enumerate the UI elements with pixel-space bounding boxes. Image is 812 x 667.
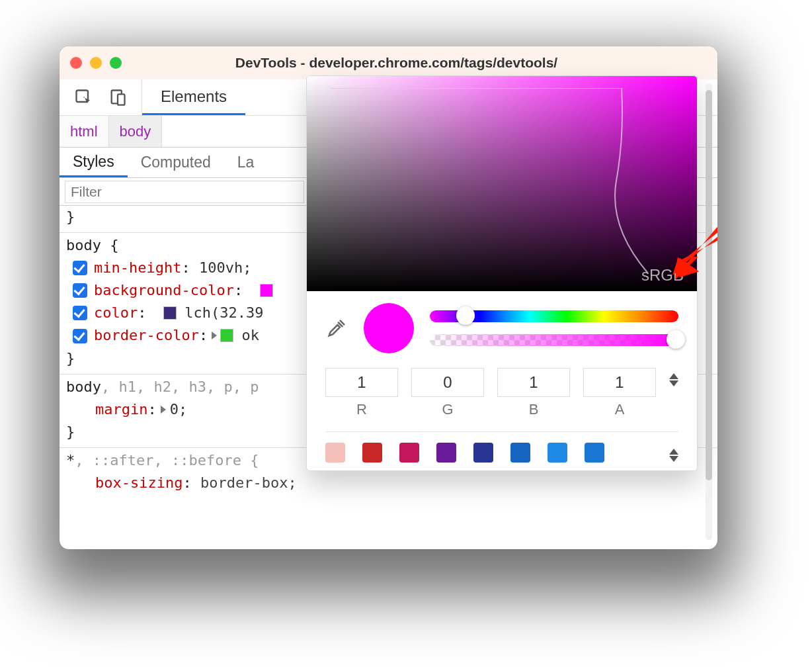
- property-toggle-checkbox[interactable]: [73, 261, 87, 275]
- alpha-slider[interactable]: [430, 334, 678, 346]
- chevron-down-icon[interactable]: [669, 380, 678, 386]
- expand-icon[interactable]: [161, 406, 166, 414]
- property-name[interactable]: min-height: [94, 259, 181, 276]
- palette-swatch[interactable]: [510, 443, 530, 463]
- palette-swatch[interactable]: [325, 443, 345, 463]
- crumb-html[interactable]: html: [60, 116, 109, 147]
- palette-swatches: [325, 443, 652, 463]
- a-label: A: [583, 401, 656, 418]
- scrollbar[interactable]: [706, 83, 712, 540]
- inspect-element-icon[interactable]: [74, 88, 93, 107]
- tab-layout[interactable]: La: [224, 148, 268, 177]
- annotation-arrow-icon: [658, 225, 717, 285]
- device-toolbar-icon[interactable]: [108, 88, 127, 107]
- b-input[interactable]: [497, 368, 570, 397]
- a-input[interactable]: [583, 368, 656, 397]
- chevron-up-icon[interactable]: [669, 373, 678, 379]
- palette-stepper[interactable]: [669, 443, 678, 462]
- r-label: R: [325, 401, 398, 418]
- b-label: B: [497, 401, 570, 418]
- sliders: [430, 310, 678, 346]
- property-value[interactable]: border-box;: [200, 474, 297, 491]
- rgba-inputs: R G B A: [325, 368, 678, 418]
- picker-mid-row: [325, 303, 678, 353]
- channel-r: R: [325, 368, 398, 418]
- palette-swatch[interactable]: [436, 443, 456, 463]
- palette-swatch[interactable]: [399, 443, 419, 463]
- chevron-down-icon[interactable]: [669, 456, 678, 462]
- property-value[interactable]: 0;: [170, 401, 188, 418]
- property-name[interactable]: color: [94, 304, 138, 321]
- devtools-window: DevTools - developer.chrome.com/tags/dev…: [60, 46, 717, 549]
- palette-swatch[interactable]: [362, 443, 382, 463]
- channel-g: G: [411, 368, 484, 418]
- alpha-slider-handle[interactable]: [667, 330, 685, 349]
- property-value[interactable]: 100vh;: [199, 259, 251, 276]
- hue-slider[interactable]: [430, 310, 678, 322]
- format-stepper[interactable]: [669, 368, 678, 386]
- eyedropper-icon[interactable]: [325, 317, 348, 339]
- color-swatch[interactable]: [221, 330, 233, 341]
- color-palette: [325, 431, 678, 463]
- style-property[interactable]: box-sizing: border-box;: [66, 472, 711, 494]
- property-value[interactable]: lch(32.39: [184, 304, 263, 321]
- property-name[interactable]: margin: [95, 401, 147, 418]
- tab-computed[interactable]: Computed: [128, 148, 224, 177]
- hue-slider-handle[interactable]: [456, 306, 475, 325]
- expand-icon[interactable]: [212, 332, 217, 339]
- color-swatch[interactable]: [261, 285, 272, 296]
- property-name[interactable]: border-color: [94, 327, 199, 343]
- g-label: G: [411, 401, 484, 418]
- close-icon[interactable]: [70, 57, 82, 69]
- tab-styles[interactable]: Styles: [60, 148, 128, 177]
- window-title: DevTools - developer.chrome.com/tags/dev…: [86, 55, 707, 71]
- property-value[interactable]: ok: [241, 327, 259, 343]
- color-swatch[interactable]: [164, 307, 176, 319]
- palette-swatch[interactable]: [585, 443, 604, 463]
- titlebar: DevTools - developer.chrome.com/tags/dev…: [60, 46, 717, 79]
- g-input[interactable]: [411, 368, 484, 397]
- spectrum-canvas[interactable]: sRGB: [307, 76, 697, 291]
- property-toggle-checkbox[interactable]: [73, 329, 87, 343]
- srgb-gamut-line: [331, 88, 655, 273]
- r-input[interactable]: [325, 368, 398, 397]
- palette-swatch[interactable]: [473, 443, 493, 463]
- property-toggle-checkbox[interactable]: [73, 283, 87, 298]
- panel-tab-elements[interactable]: Elements: [142, 79, 245, 115]
- selected-color-preview: [364, 303, 414, 353]
- color-picker: sRGB: [306, 75, 698, 471]
- styles-filter-input[interactable]: [65, 181, 304, 203]
- tool-icons: [60, 79, 142, 115]
- property-toggle-checkbox[interactable]: [73, 306, 87, 320]
- scrollbar-thumb[interactable]: [706, 90, 712, 480]
- palette-swatch[interactable]: [548, 443, 567, 463]
- crumb-body[interactable]: body: [109, 116, 163, 147]
- picker-body: R G B A: [307, 291, 697, 470]
- chevron-up-icon[interactable]: [669, 449, 678, 455]
- channel-b: B: [497, 368, 570, 418]
- property-name[interactable]: box-sizing: [95, 474, 183, 491]
- channel-a: A: [583, 368, 656, 418]
- property-name[interactable]: background-color: [94, 282, 234, 298]
- svg-rect-2: [118, 94, 125, 105]
